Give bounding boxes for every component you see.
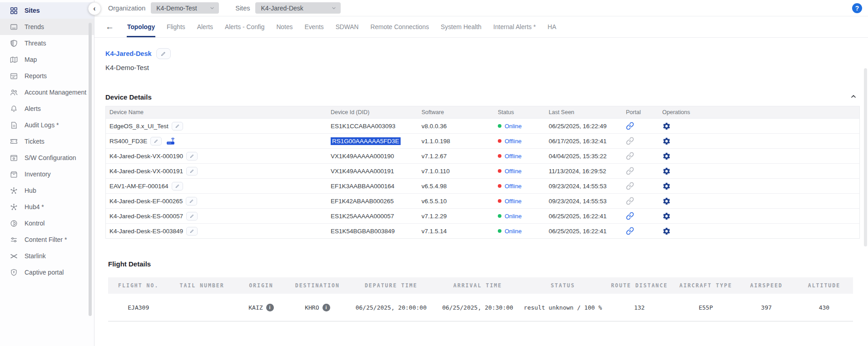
- portal-link-icon[interactable]: [626, 137, 634, 145]
- tab-notes[interactable]: Notes: [276, 17, 293, 37]
- portal-link-icon[interactable]: [626, 167, 634, 175]
- pencil-icon: [189, 169, 194, 174]
- tab-system-health[interactable]: System Health: [440, 17, 482, 37]
- portal-link-icon[interactable]: [626, 152, 634, 160]
- operations-gear-icon[interactable]: [662, 122, 671, 130]
- edit-device-name-button[interactable]: [172, 122, 183, 130]
- operations-gear-icon[interactable]: [662, 212, 671, 221]
- edit-device-name-button[interactable]: [186, 197, 197, 206]
- sidebar-item-audit-logs[interactable]: Audit Logs *: [0, 117, 94, 133]
- portal-link-icon[interactable]: [626, 227, 634, 235]
- edit-device-name-button[interactable]: [186, 227, 198, 236]
- tab-flights[interactable]: Flights: [166, 17, 186, 37]
- portal-link-icon[interactable]: [626, 212, 634, 220]
- bell-icon: [10, 105, 18, 113]
- tab-events[interactable]: Events: [304, 17, 324, 37]
- flight-no: EJA309: [108, 304, 169, 311]
- device-name: K4-Jared-Desk-ES-003849: [109, 228, 183, 235]
- tab-bar: ← Topology Flights Alerts Alerts - Confi…: [94, 16, 868, 38]
- app-window: Sites Trends Threats Map Reports Account…: [0, 0, 868, 346]
- sidebar-item-alerts[interactable]: Alerts: [0, 100, 94, 117]
- status-link[interactable]: Offline: [505, 153, 521, 160]
- column-header: Status: [494, 109, 545, 115]
- status-link[interactable]: Online: [505, 228, 522, 235]
- device-id: ES1K25AAAAA000057: [331, 213, 394, 220]
- pencil-icon: [160, 51, 166, 57]
- sites-select[interactable]: K4-Jared-Desk: [255, 2, 341, 14]
- tab-sdwan[interactable]: SDWAN: [335, 17, 359, 37]
- grid-icon: [10, 6, 18, 15]
- tab-internal-alerts[interactable]: Internal Alerts *: [493, 17, 536, 37]
- status-dot: [498, 229, 501, 233]
- portal-link-icon[interactable]: [626, 122, 634, 130]
- kontrol-icon: [10, 219, 18, 228]
- chevron-up-icon: [850, 93, 857, 100]
- back-button[interactable]: ←: [105, 22, 114, 32]
- device-table-row: EdgeOS_8.x_UI_Test ES1K1CCABAA003093 v8.…: [106, 118, 859, 133]
- info-icon[interactable]: i: [266, 304, 274, 311]
- main-scrollbar[interactable]: [864, 68, 867, 246]
- operations-gear-icon[interactable]: [662, 197, 671, 206]
- sidebar-item-hub[interactable]: Hub: [0, 182, 94, 199]
- hub-icon: [10, 203, 18, 211]
- column-header: ALTITUDE: [795, 282, 853, 289]
- operations-gear-icon[interactable]: [662, 227, 671, 236]
- edit-device-name-button[interactable]: [172, 182, 183, 191]
- organization-select[interactable]: K4-Demo-Test: [151, 2, 219, 14]
- device-details-collapse-button[interactable]: [849, 92, 858, 101]
- hub-icon: [10, 186, 18, 195]
- operations-gear-icon[interactable]: [662, 152, 671, 160]
- last-seen: 09/23/2024, 14:55:53: [545, 183, 622, 190]
- operations-gear-icon[interactable]: [662, 137, 671, 145]
- sidebar-item-account-management[interactable]: Account Management: [0, 84, 94, 100]
- edit-device-name-button[interactable]: [150, 137, 162, 145]
- status-link[interactable]: Online: [505, 123, 522, 130]
- sidebar-item-inventory[interactable]: Inventory: [0, 166, 94, 182]
- sidebar-item-map[interactable]: Map: [0, 51, 94, 68]
- operations-gear-icon[interactable]: [662, 182, 671, 191]
- edit-device-name-button[interactable]: [186, 167, 198, 176]
- tab-ha[interactable]: HA: [547, 17, 557, 37]
- edit-device-name-button[interactable]: [186, 152, 198, 160]
- status-link[interactable]: Offline: [505, 138, 521, 145]
- site-name-link[interactable]: K4-Jared-Desk: [105, 50, 152, 57]
- sidebar-item-captive-portal[interactable]: Captive portal: [0, 264, 94, 281]
- last-seen: 06/17/2025, 16:32:41: [545, 138, 622, 145]
- edit-device-name-button[interactable]: [186, 212, 198, 221]
- column-header: AIRSPEED: [738, 282, 795, 289]
- status-link[interactable]: Offline: [505, 168, 521, 175]
- sidebar-item-reports[interactable]: Reports: [0, 68, 94, 84]
- sidebar-item-threats[interactable]: Threats: [0, 35, 94, 51]
- sidebar-item-content-filter[interactable]: Content Filter *: [0, 231, 94, 248]
- sidebar-item-starlink[interactable]: Starlink: [0, 248, 94, 264]
- sidebar-item-trends[interactable]: Trends: [0, 19, 94, 35]
- sidebar-item-label: Audit Logs *: [25, 121, 59, 129]
- flight-table-header: FLIGHT NO. TAIL NUMBER ORIGIN DESTINATIO…: [108, 277, 853, 294]
- edit-site-name-button[interactable]: [156, 48, 171, 59]
- status-link[interactable]: Offline: [505, 198, 521, 205]
- status-link[interactable]: Online: [505, 213, 522, 220]
- device-id: VX1K49AAAAA000190: [331, 153, 394, 160]
- portal-link-icon[interactable]: [626, 197, 634, 205]
- sidebar-collapse-button[interactable]: ‹: [88, 2, 101, 15]
- sidebar-item-hub4[interactable]: Hub4 *: [0, 199, 94, 215]
- operations-gear-icon[interactable]: [662, 167, 671, 176]
- sidebar-scrollbar[interactable]: [89, 23, 92, 316]
- help-button[interactable]: ?: [852, 3, 862, 13]
- device-table-row: K4-Jared-Desk-VX-000190 VX1K49AAAAA00019…: [106, 148, 859, 163]
- info-icon[interactable]: i: [322, 304, 330, 311]
- sidebar-item-tickets[interactable]: Tickets: [0, 133, 94, 150]
- status-link[interactable]: Offline: [505, 183, 521, 190]
- pencil-icon: [175, 124, 180, 129]
- last-seen: 06/25/2025, 16:22:41: [545, 213, 622, 220]
- tab-topology[interactable]: Topology: [127, 17, 155, 37]
- sidebar-item-kontrol[interactable]: Kontrol: [0, 215, 94, 231]
- tab-alerts[interactable]: Alerts: [197, 17, 213, 37]
- portal-link-icon[interactable]: [626, 182, 634, 190]
- tab-alerts-config[interactable]: Alerts - Config: [224, 17, 265, 37]
- sidebar-item-sw-configuration[interactable]: S/W Configuration: [0, 150, 94, 166]
- filter-sliders-icon: [10, 236, 18, 244]
- sidebar-item-label: Account Management: [25, 89, 86, 96]
- tab-remote-connections[interactable]: Remote Connections: [370, 17, 429, 37]
- sidebar-item-sites[interactable]: Sites: [0, 2, 94, 19]
